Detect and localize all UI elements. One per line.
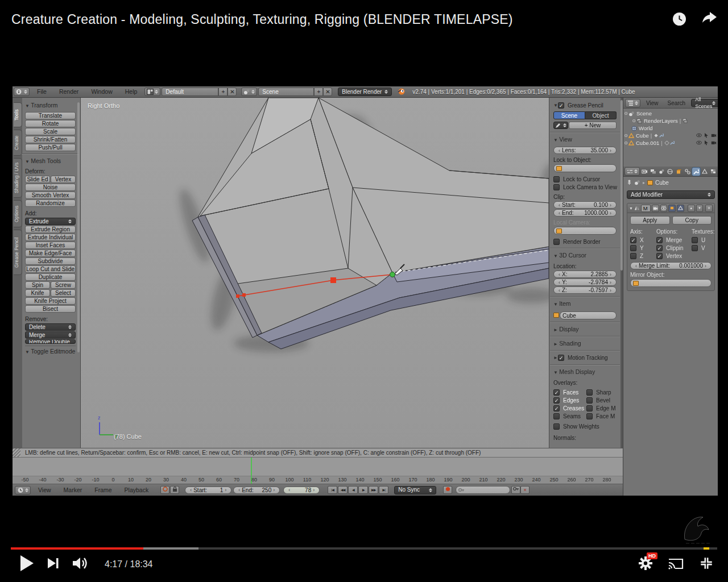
tab-world-icon[interactable] — [666, 168, 674, 176]
checkbox-row-show-weights[interactable]: Show Weights — [553, 422, 617, 430]
panel-header-mesh-display[interactable]: Mesh Display — [553, 368, 617, 376]
visibility-eye-icon[interactable] — [696, 140, 702, 145]
playback-button[interactable]: ◀◀ — [338, 486, 348, 494]
delete-scene-button[interactable]: ✕ — [323, 88, 332, 96]
viewport-3d[interactable]: z y Right Ortho (78) Cube — [81, 98, 549, 448]
fullscreen-exit-icon[interactable] — [698, 556, 714, 573]
panel-header-grease-pencil[interactable]: Grease Pencil — [568, 102, 603, 109]
tab-scene-icon[interactable] — [657, 168, 665, 176]
timeline-keyframe-area[interactable] — [13, 458, 623, 476]
tool-shelf-scrollbar[interactable] — [77, 102, 80, 352]
editor-type-outliner-icon[interactable] — [625, 99, 640, 107]
renderability-camera-icon[interactable] — [711, 133, 717, 138]
tab-texture-icon[interactable] — [709, 168, 717, 176]
volume-icon[interactable] — [72, 556, 89, 573]
apply-button[interactable]: Apply — [630, 216, 670, 225]
render-toggle-icon[interactable] — [652, 205, 659, 212]
panel-expander-icon[interactable]: ▼ — [553, 103, 558, 108]
merge-limit-field[interactable]: Merge Limit:0.001000 — [630, 262, 712, 269]
tab-object-icon[interactable] — [675, 168, 682, 176]
frame-start-field[interactable]: Start:1 — [185, 487, 231, 494]
clip-end-field[interactable]: End:1000.000 — [553, 209, 617, 217]
tool-button[interactable]: Subdivide — [25, 257, 76, 265]
clip-start-field[interactable]: Start:0.100 — [553, 201, 617, 209]
menu-item[interactable]: Window — [85, 86, 118, 97]
settings-button[interactable]: HD — [638, 556, 653, 573]
tool-button[interactable]: Noise — [25, 184, 76, 191]
menu-item[interactable]: Playback — [118, 485, 155, 496]
playback-button[interactable]: ▶▶ — [369, 486, 378, 494]
tab-create[interactable]: Create — [14, 130, 22, 156]
checkbox-row-u[interactable]: U — [692, 236, 712, 244]
menu-item[interactable]: Search — [663, 98, 690, 109]
playback-button[interactable]: ◀ — [348, 486, 358, 494]
panel-header-3d-cursor[interactable]: 3D Cursor — [553, 251, 617, 260]
watch-later-icon[interactable] — [672, 11, 687, 29]
checkbox[interactable] — [630, 245, 636, 251]
grease-pencil-checkbox[interactable]: ✓ — [558, 102, 564, 109]
checkbox[interactable] — [586, 405, 593, 411]
play-button[interactable] — [19, 555, 34, 574]
tool-button[interactable]: Push/Pull — [25, 144, 76, 151]
panel-header-shading[interactable]: Shading — [553, 339, 617, 348]
outliner-row-renderlayers[interactable]: ⊙ RenderLayers| — [623, 117, 718, 124]
cursor-z-field[interactable]: Z:-0.7597 — [553, 286, 617, 294]
checkbox[interactable] — [586, 413, 593, 419]
checkbox-row-lock-camera-to-view[interactable]: Lock Camera to View — [553, 183, 617, 191]
playback-button[interactable]: |◀ — [328, 486, 337, 494]
panel-header-view[interactable]: View — [553, 135, 617, 144]
tool-button[interactable]: Knife — [25, 289, 50, 297]
tool-button[interactable]: Smooth Vertex — [25, 192, 76, 199]
checkbox-row-sharp[interactable]: Sharp — [586, 388, 617, 396]
region-resize-grip[interactable] — [13, 448, 20, 457]
local-camera-field[interactable] — [553, 227, 617, 235]
scene-name-field[interactable]: Scene — [258, 88, 314, 96]
gp-pencil-icon[interactable] — [553, 122, 568, 129]
timeline-ruler[interactable]: -50-40-30-20-100102030405060708090100110… — [13, 476, 623, 484]
editor-type-timeline-icon[interactable] — [15, 486, 31, 494]
checkbox[interactable] — [553, 413, 560, 419]
checkbox-row-clippin[interactable]: ✓Clippin — [656, 244, 692, 252]
outliner-row-cube[interactable]: ⊙ Cube| — [623, 132, 718, 139]
cage-toggle-icon[interactable] — [677, 205, 684, 212]
expander-icon[interactable]: ⊙ — [631, 118, 636, 123]
editor-type-properties-icon[interactable] — [624, 167, 640, 176]
current-frame-field[interactable]: 78 — [283, 487, 320, 494]
layout-name-field[interactable]: Default — [162, 88, 218, 96]
checkbox[interactable]: ✓ — [553, 389, 560, 396]
record-icon[interactable] — [443, 486, 452, 494]
tool-button[interactable]: Extrude Individual — [25, 234, 76, 241]
checkbox-row-z[interactable]: Z — [630, 252, 656, 260]
tool-button[interactable]: Vertex — [51, 176, 76, 183]
keying-set-field[interactable] — [456, 486, 510, 494]
lock-icon[interactable] — [170, 486, 179, 494]
tab-shading-uvs[interactable]: Shading / UVs — [14, 158, 22, 198]
panel-expander-icon[interactable]: ► — [553, 355, 558, 360]
extrude-dropdown[interactable]: Extrude — [25, 218, 76, 225]
progress-bar[interactable] — [11, 547, 717, 550]
checkbox-row-seams[interactable]: Seams — [553, 412, 586, 420]
tool-button[interactable]: Loop Cut and Slide — [25, 265, 76, 273]
scene-browse-icon[interactable] — [241, 88, 257, 96]
remove-keying-set-icon[interactable]: × — [520, 486, 530, 494]
panel-header-mesh-tools[interactable]: Mesh Tools — [25, 157, 76, 165]
checkbox[interactable] — [692, 245, 698, 251]
checkbox[interactable]: ✓ — [656, 237, 663, 243]
tab-render-layers-icon[interactable] — [649, 168, 657, 176]
tool-button[interactable]: Extrude Region — [25, 226, 76, 233]
tab-tools[interactable]: Tools — [14, 102, 22, 127]
tool-button[interactable]: Scale — [25, 128, 76, 135]
tool-button[interactable]: Rotate — [25, 120, 76, 127]
gp-scene-button[interactable]: Scene — [553, 111, 585, 119]
remove-doubles-dropdown-clipped[interactable]: Remove Double — [25, 339, 76, 344]
share-icon[interactable] — [702, 11, 718, 29]
checkbox[interactable] — [553, 423, 560, 430]
tool-button[interactable]: Screw — [51, 281, 76, 289]
delete-layout-button[interactable]: ✕ — [228, 88, 237, 96]
tab-modifiers-icon[interactable] — [692, 168, 700, 176]
move-up-icon[interactable]: ▲ — [688, 205, 695, 212]
checkbox[interactable]: ✓ — [656, 253, 663, 259]
checkbox-row-x[interactable]: ✓X — [630, 236, 656, 244]
tab-options[interactable]: Options — [14, 200, 22, 227]
visibility-toggle-icon[interactable] — [660, 205, 668, 212]
